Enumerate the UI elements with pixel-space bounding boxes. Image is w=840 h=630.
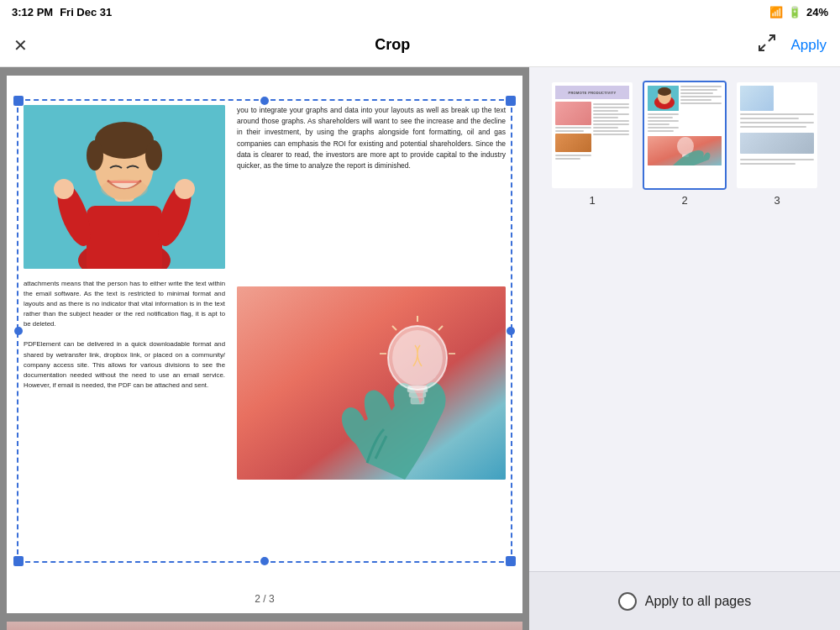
- pdf-text-left: attachments means that the person has to…: [24, 279, 225, 391]
- pdf-viewer[interactable]: you to integrate your graphs and data in…: [0, 67, 529, 630]
- svg-point-9: [175, 179, 195, 199]
- thumb3-top-row: [740, 86, 814, 111]
- thumb2-man: [648, 86, 679, 111]
- status-day: Fri Dec 31: [60, 6, 112, 18]
- status-time: 3:12 PM: [12, 6, 53, 18]
- main-area: you to integrate your graphs and data in…: [0, 67, 840, 630]
- expand-button[interactable]: [757, 33, 777, 57]
- thumb-img-2[interactable]: [643, 81, 727, 190]
- thumbnails-area: PROMOTE PRODUCTIVITY: [529, 67, 840, 571]
- svg-rect-5: [87, 206, 162, 269]
- right-sidebar: PROMOTE PRODUCTIVITY: [529, 67, 840, 630]
- crop-handle-br[interactable]: [506, 556, 516, 566]
- thumb-label-2: 2: [681, 194, 687, 207]
- thumb1-pink-img: [555, 102, 591, 125]
- thumb2-bulb: [648, 136, 722, 165]
- apply-all-text: Apply to all pages: [645, 594, 751, 609]
- man-illustration: [24, 105, 225, 269]
- lightbulb-illustration: [237, 286, 506, 480]
- battery-icon: 🔋: [788, 6, 801, 18]
- page-indicator: 2 / 3: [246, 591, 282, 606]
- close-button[interactable]: ✕: [13, 37, 28, 54]
- expand-icon: [757, 33, 777, 53]
- thumb3-img-b: [776, 86, 814, 111]
- thumb3-img-c: [740, 133, 814, 154]
- pdf-text-right: you to integrate your graphs and data in…: [237, 105, 506, 269]
- pdf-content: you to integrate your graphs and data in…: [7, 76, 522, 496]
- pdf-top-row: you to integrate your graphs and data in…: [24, 105, 506, 269]
- toolbar-title: Crop: [375, 36, 410, 54]
- thumbnail-2[interactable]: 2: [643, 81, 727, 207]
- apply-button[interactable]: Apply: [790, 37, 827, 54]
- status-bar: 3:12 PM Fri Dec 31 📶 🔋 24%: [0, 0, 840, 24]
- svg-point-13: [87, 140, 103, 171]
- svg-point-30: [658, 87, 671, 96]
- thumb-img-3[interactable]: [735, 81, 819, 190]
- svg-rect-19: [407, 386, 428, 392]
- apply-all-bar[interactable]: Apply to all pages: [529, 571, 840, 630]
- crop-handle-bl[interactable]: [13, 556, 24, 566]
- svg-rect-20: [409, 392, 426, 397]
- pdf-bottom-image: [237, 286, 506, 480]
- thumbnail-1[interactable]: PROMOTE PRODUCTIVITY: [550, 81, 634, 207]
- pdf-page: you to integrate your graphs and data in…: [7, 76, 522, 613]
- pdf-next-page-peek: [7, 622, 522, 630]
- svg-point-14: [145, 140, 162, 171]
- thumb3-img-a: [740, 86, 774, 111]
- svg-line-0: [769, 35, 774, 41]
- thumb-label-3: 3: [774, 194, 780, 207]
- svg-point-15: [101, 179, 148, 199]
- thumb-img-1[interactable]: PROMOTE PRODUCTIVITY: [550, 81, 634, 190]
- toolbar: ✕ Crop Apply: [0, 24, 840, 67]
- thumbnail-3[interactable]: 3: [735, 81, 819, 207]
- apply-all-radio[interactable]: [618, 592, 637, 611]
- svg-rect-21: [411, 397, 424, 404]
- pdf-image-man: [24, 105, 225, 269]
- svg-line-1: [759, 45, 765, 50]
- wifi-icon: 📶: [769, 6, 783, 18]
- thumb-label-1: 1: [589, 194, 595, 207]
- svg-point-12: [95, 122, 154, 159]
- svg-point-8: [54, 179, 74, 199]
- thumb1-header: PROMOTE PRODUCTIVITY: [555, 86, 629, 99]
- thumb1-orange-img: [555, 134, 591, 152]
- battery-percent: 24%: [806, 6, 828, 18]
- crop-handle-bm[interactable]: [260, 557, 269, 565]
